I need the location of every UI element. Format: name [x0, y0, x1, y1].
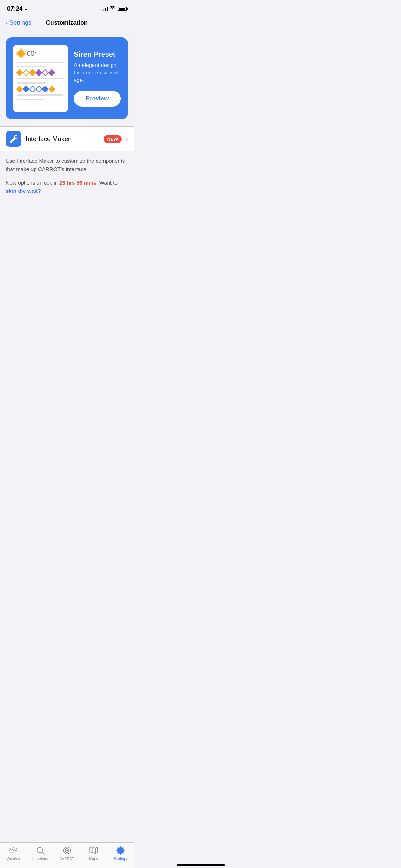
back-button[interactable]: ‹ Settings: [6, 19, 31, 26]
bottom-spacer: [0, 195, 134, 231]
unlock-time: 23 hrs 59 mins: [59, 180, 96, 186]
status-bar: 07:24 ▲: [0, 0, 134, 16]
preview-line-3: [17, 78, 64, 79]
hero-title: Siren Preset: [74, 50, 121, 58]
preview-row-1: [17, 70, 64, 75]
diamond-blue-3: [35, 86, 42, 93]
diamond-yellow-5: [48, 86, 55, 93]
diamond-purple-3: [48, 69, 55, 76]
preview-temp: 00°: [27, 50, 37, 57]
unlock-mid: . Want to: [96, 180, 117, 186]
battery-icon: [118, 7, 127, 11]
chevron-right-icon: ›: [126, 135, 128, 143]
diamond-yellow-3: [29, 69, 36, 76]
interface-maker-icon: [6, 131, 21, 147]
skip-wait-link[interactable]: skip the wait: [6, 188, 38, 194]
diamond-purple-1: [35, 69, 42, 76]
unlock-text: New options unlock in 23 hrs 59 mins. Wa…: [6, 179, 128, 195]
back-chevron-icon: ‹: [6, 19, 8, 26]
main-content: 00°: [0, 30, 134, 231]
status-icons: [101, 6, 127, 12]
back-label: Settings: [10, 19, 31, 26]
description-section: Use Interface Maker to customize the com…: [0, 151, 134, 195]
preview-line-2: [17, 66, 45, 67]
hero-section: 00°: [0, 30, 134, 126]
preview-row-2: [17, 87, 64, 92]
sun-diamond-icon: [15, 48, 26, 59]
hero-text: Siren Preset An elegant design for a mor…: [74, 50, 121, 107]
preview-line-5: [17, 94, 64, 96]
preview-line-1: [17, 62, 64, 63]
preview-line-6: [17, 99, 45, 100]
interface-maker-row[interactable]: Interface Maker NEW ›: [0, 127, 134, 151]
interface-maker-label: Interface Maker: [26, 135, 99, 143]
diamond-yellow-2: [22, 69, 30, 76]
hero-card: 00°: [6, 37, 128, 119]
hero-subtitle: An elegant design for a more civilized a…: [74, 61, 121, 84]
unlock-prefix: New options unlock in: [6, 180, 59, 186]
diamond-blue-1: [22, 86, 30, 93]
preview-line-4: [17, 82, 45, 84]
status-time: 07:24 ▲: [7, 5, 28, 12]
diamond-yellow-1: [16, 69, 23, 76]
new-badge: NEW: [104, 135, 122, 143]
wifi-icon: [110, 6, 115, 12]
preview-top: 00°: [17, 50, 64, 57]
unlock-end: ?: [38, 188, 41, 194]
preview-button[interactable]: Preview: [74, 91, 121, 107]
diamond-yellow-4: [16, 86, 23, 93]
preset-preview-card: 00°: [13, 45, 68, 112]
nav-bar: ‹ Settings Customization: [0, 16, 134, 30]
wrench-icon: [9, 134, 19, 144]
diamond-purple-2: [42, 69, 49, 76]
description-text: Use Interface Maker to customize the com…: [6, 157, 128, 173]
location-icon: ▲: [24, 7, 28, 11]
battery-fill: [119, 8, 125, 10]
diamond-blue-2: [29, 86, 36, 93]
signal-bars: [101, 7, 108, 11]
page-title: Customization: [46, 19, 88, 26]
diamond-blue-4: [42, 86, 49, 93]
